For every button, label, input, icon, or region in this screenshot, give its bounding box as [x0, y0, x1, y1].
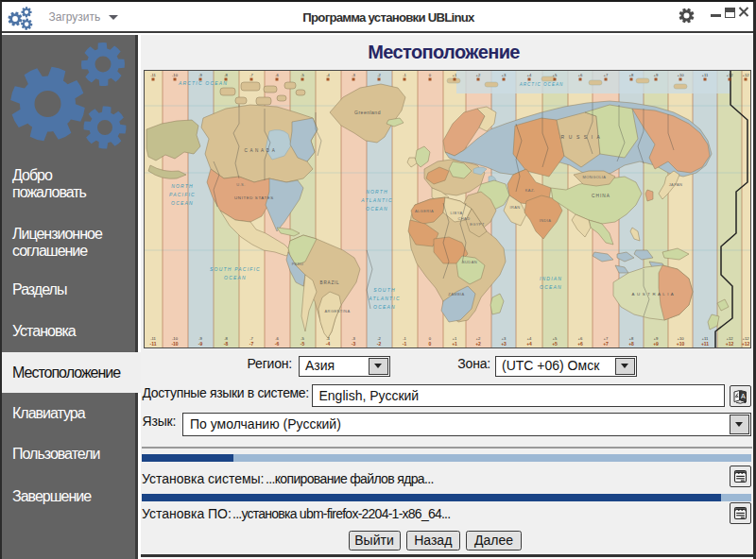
svg-text:+1: +1 [453, 336, 457, 341]
svg-text:0: 0 [429, 341, 432, 347]
svg-text:+12: +12 [726, 336, 733, 341]
svg-text:OCEAN: OCEAN [224, 275, 247, 280]
svg-text:UNITED STATES: UNITED STATES [234, 195, 274, 200]
svg-text:+9: +9 [653, 341, 659, 347]
svg-text:-5: -5 [301, 336, 304, 341]
svg-text:+1: +1 [452, 341, 457, 347]
svg-text:ARCTIC OCEAN: ARCTIC OCEAN [519, 82, 564, 87]
svg-text:-7: -7 [249, 336, 253, 341]
svg-text:A U S T R A L I A: A U S T R A L I A [632, 292, 675, 296]
svg-text:-3: -3 [352, 336, 355, 341]
svg-text:+4: +4 [527, 336, 532, 341]
svg-text:+8: +8 [628, 341, 634, 347]
svg-text:+12: +12 [726, 341, 734, 347]
svg-text:-11: -11 [150, 73, 156, 77]
svg-text:-10: -10 [172, 336, 179, 341]
svg-text:C A N A D A: C A N A D A [244, 148, 275, 153]
svg-text:+1: +1 [453, 73, 457, 77]
svg-text:+6: +6 [578, 336, 583, 341]
svg-text:+4: +4 [526, 341, 532, 347]
svg-text:+10: +10 [677, 336, 684, 341]
svg-text:INDIAN: INDIAN [540, 276, 562, 281]
svg-text:+8: +8 [629, 336, 634, 341]
svg-text:Greenland: Greenland [354, 110, 381, 115]
svg-text:-5: -5 [301, 73, 304, 77]
svg-text:-11: -11 [150, 336, 156, 341]
svg-text:-7: -7 [249, 73, 253, 77]
svg-text:ALGERIA: ALGERIA [415, 209, 434, 213]
svg-text:ATLANTIC: ATLANTIC [360, 197, 392, 203]
svg-text:+6: +6 [577, 341, 583, 347]
svg-text:-8: -8 [224, 73, 228, 77]
svg-text:U.S.: U.S. [236, 182, 245, 187]
svg-text:+11: +11 [702, 336, 709, 341]
svg-text:OCEAN: OCEAN [540, 284, 562, 290]
svg-text:SOUTH: SOUTH [373, 287, 396, 293]
svg-text:-6: -6 [275, 341, 280, 347]
svg-text:+11: +11 [702, 73, 709, 77]
svg-text:-5: -5 [301, 341, 305, 347]
svg-text:EGYPT: EGYPT [470, 222, 485, 227]
svg-text:-1: -1 [403, 336, 406, 341]
svg-text:PACIFIC: PACIFIC [169, 192, 196, 197]
svg-text:+12: +12 [726, 73, 733, 77]
svg-text:+8: +8 [629, 73, 634, 77]
svg-text:A: A [741, 393, 746, 399]
svg-text:-10: -10 [171, 341, 178, 347]
svg-text:-9: -9 [198, 336, 202, 341]
svg-text:CHINA: CHINA [592, 194, 610, 198]
svg-text:+7: +7 [603, 341, 609, 347]
svg-text:+10: +10 [677, 341, 685, 347]
svg-text:SUDAN: SUDAN [462, 260, 477, 264]
svg-text:ZAMBIA: ZAMBIA [448, 292, 464, 296]
svg-text:PERU: PERU [292, 262, 304, 266]
svg-text:IRAN: IRAN [509, 205, 520, 210]
svg-text:+5: +5 [553, 73, 558, 77]
svg-text:-4: -4 [326, 336, 330, 341]
svg-text:+3: +3 [501, 341, 507, 347]
svg-text:LIBYA: LIBYA [450, 211, 462, 215]
svg-text:ARGENTINA: ARGENTINA [325, 309, 351, 313]
svg-text:+2: +2 [476, 73, 481, 77]
svg-text:+9: +9 [654, 336, 659, 341]
svg-text:NORTH: NORTH [366, 189, 388, 195]
svg-text:-1: -1 [403, 73, 406, 77]
svg-text:+3: +3 [502, 336, 507, 341]
svg-text:-3: -3 [352, 341, 356, 347]
svg-text:-11: -11 [150, 341, 157, 347]
svg-text:BRAZIL: BRAZIL [320, 280, 340, 285]
svg-text:-9: -9 [198, 341, 203, 347]
svg-text:JAPAN: JAPAN [669, 182, 683, 187]
svg-text:+6: +6 [578, 73, 583, 77]
svg-text:KAZ.: KAZ. [525, 188, 536, 193]
svg-text:+5: +5 [552, 341, 558, 347]
svg-text:+12: +12 [742, 336, 749, 341]
svg-text:+2: +2 [475, 341, 481, 347]
svg-text:INDIA: INDIA [540, 218, 552, 223]
svg-text:R U S S I A: R U S S I A [561, 134, 602, 140]
svg-text:SOUTH PACIFIC: SOUTH PACIFIC [210, 266, 261, 272]
svg-text:+4: +4 [527, 73, 532, 77]
svg-text:ATLANTIC: ATLANTIC [368, 296, 400, 301]
svg-text:OCEAN: OCEAN [171, 200, 194, 206]
svg-text:OCEAN: OCEAN [366, 206, 388, 212]
svg-text:+7: +7 [604, 336, 609, 341]
svg-text:+9: +9 [654, 73, 659, 77]
svg-text:-4: -4 [326, 341, 331, 347]
svg-text:+2: +2 [476, 336, 481, 341]
svg-text:-2: -2 [377, 73, 381, 77]
svg-text:-2: -2 [377, 341, 382, 347]
svg-text:-6: -6 [275, 73, 279, 77]
svg-text:-8: -8 [224, 336, 228, 341]
svg-text:-4: -4 [326, 73, 330, 77]
svg-text:+12: +12 [742, 341, 750, 347]
svg-text:NORTH: NORTH [171, 183, 194, 189]
svg-text:-6: -6 [275, 336, 279, 341]
svg-text:+10: +10 [677, 73, 684, 77]
svg-text:+11: +11 [701, 341, 709, 347]
svg-text:+7: +7 [604, 73, 609, 77]
svg-text:MONGOLIA: MONGOLIA [583, 175, 607, 179]
svg-text:CHAD: CHAD [458, 216, 471, 221]
svg-text:-9: -9 [198, 73, 202, 77]
svg-text:-1: -1 [403, 341, 407, 347]
